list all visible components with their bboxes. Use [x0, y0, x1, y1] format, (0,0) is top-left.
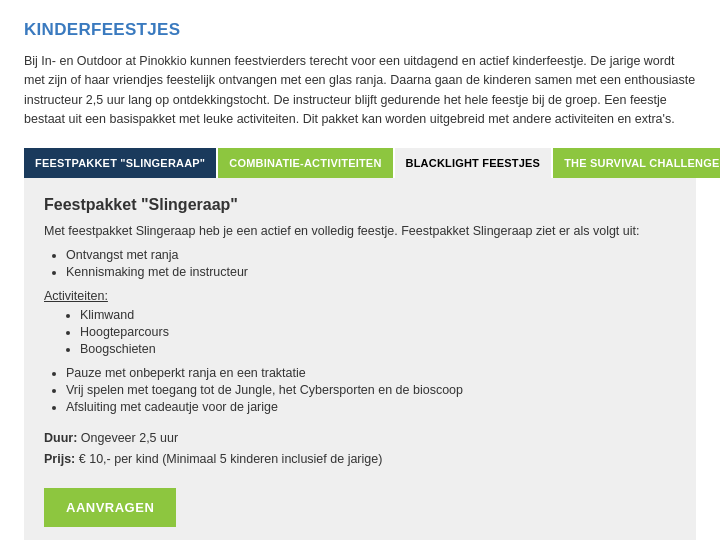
tabs-bar: FEESTPAKKET "SLINGERAAP"COMBINATIE-ACTIV…	[24, 148, 696, 178]
included-list: Ontvangst met ranjaKennismaking met de i…	[66, 248, 676, 279]
duration-value: Ongeveer 2,5 uur	[81, 431, 178, 445]
list-item: Kennismaking met de instructeur	[66, 265, 676, 279]
tab-slingeraap[interactable]: FEESTPAKKET "SLINGERAAP"	[24, 148, 216, 178]
price-label: Prijs:	[44, 452, 79, 466]
tab-survival[interactable]: THE SURVIVAL CHALLENGE	[553, 148, 720, 178]
activities-list: KlimwandHoogteparcoursBoogschieten	[80, 308, 676, 356]
content-panel: Feestpakket "Slingeraap" Met feestpakket…	[24, 178, 696, 541]
list-item: Boogschieten	[80, 342, 676, 356]
page-title: KINDERFEESTJES	[24, 20, 696, 40]
list-item: Hoogteparcours	[80, 325, 676, 339]
list-item: Klimwand	[80, 308, 676, 322]
content-heading: Feestpakket "Slingeraap"	[44, 196, 676, 214]
list-item: Vrij spelen met toegang tot de Jungle, h…	[66, 383, 676, 397]
aanvragen-button[interactable]: AANVRAGEN	[44, 488, 176, 527]
price-value: € 10,- per kind (Minimaal 5 kinderen inc…	[79, 452, 383, 466]
tab-combinatie[interactable]: COMBINATIE-ACTIVITEITEN	[218, 148, 392, 178]
duration-line: Duur: Ongeveer 2,5 uur	[44, 428, 676, 449]
list-item: Pauze met onbeperkt ranja en een traktat…	[66, 366, 676, 380]
list-item: Afsluiting met cadeautje voor de jarige	[66, 400, 676, 414]
content-lead: Met feestpakket Slingeraap heb je een ac…	[44, 224, 676, 238]
tab-blacklight[interactable]: BLACKLIGHT FEESTJES	[395, 148, 552, 178]
list-item: Ontvangst met ranja	[66, 248, 676, 262]
extra-list: Pauze met onbeperkt ranja en een traktat…	[66, 366, 676, 414]
duration-label: Duur:	[44, 431, 81, 445]
activities-label: Activiteiten:	[44, 289, 676, 303]
price-line: Prijs: € 10,- per kind (Minimaal 5 kinde…	[44, 449, 676, 470]
duration-price-block: Duur: Ongeveer 2,5 uur Prijs: € 10,- per…	[44, 428, 676, 471]
intro-paragraph: Bij In- en Outdoor at Pinokkio kunnen fe…	[24, 52, 696, 130]
